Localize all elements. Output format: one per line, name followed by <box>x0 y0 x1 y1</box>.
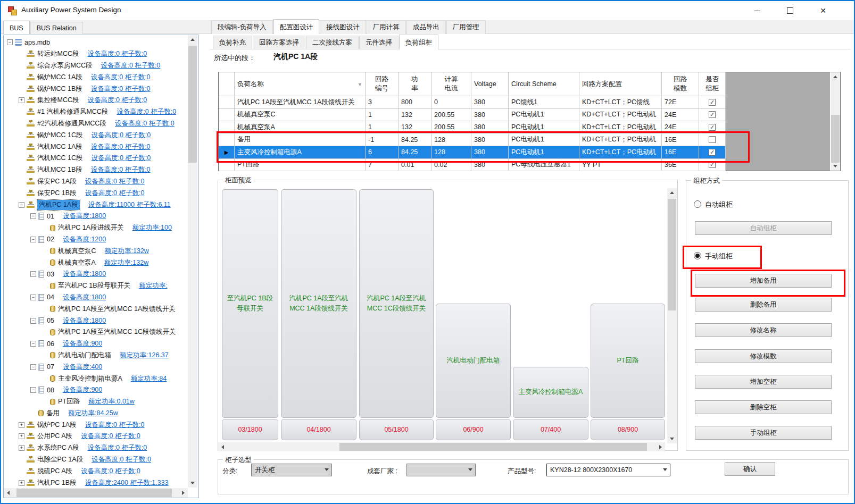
cell-current[interactable]: 128 <box>431 134 471 147</box>
model-select[interactable]: KYN28-12 800X2300X1670 <box>546 464 670 476</box>
tree-item-label[interactable]: #1 汽机检修通风MCC段 <box>37 107 108 116</box>
tree-item[interactable]: 脱硫PC A段设备高度:0 柜子数:0 <box>4 465 188 477</box>
cell-scheme[interactable]: PC电动机1 <box>509 109 579 122</box>
rename-button[interactable]: 修改名称 <box>695 323 832 337</box>
tree-item-link[interactable]: 设备高度:0 柜子数:0 <box>91 131 151 140</box>
modify-module-button[interactable]: 修改模数 <box>695 349 832 363</box>
tab-config-design[interactable]: 配置图设计 <box>273 19 320 34</box>
tree-item-label[interactable]: 备用 <box>46 409 60 418</box>
cell-load-name[interactable]: 主变风冷控制箱电源A <box>235 146 366 159</box>
category-select[interactable]: 开关柜 <box>251 464 332 476</box>
tree-item-label[interactable]: 锅炉MCC 1A段 <box>37 73 82 82</box>
tree-item-link[interactable]: 额定功率:84 <box>131 374 167 383</box>
tree-item-label[interactable]: 锅炉PC 1A段 <box>37 421 77 430</box>
tree-item[interactable]: −aps.mdb <box>4 37 188 48</box>
tree-item-link[interactable]: 额定功率:0.01w <box>88 397 135 406</box>
preview-vscroll-thumb[interactable] <box>668 199 676 310</box>
tree-item-label[interactable]: 06 <box>47 340 54 348</box>
tree-item[interactable]: −05设备高度:1800 <box>4 315 188 326</box>
cell-power[interactable]: 0.01 <box>399 159 431 172</box>
cell-load-name[interactable]: 汽机PC 1A段至汽机MCC 1A段馈线开关 <box>235 96 366 109</box>
cabinet-tag[interactable]: 06/900 <box>436 419 511 440</box>
cell-current[interactable]: 0 <box>431 96 471 109</box>
tree-item-link[interactable]: 设备高度:0 柜子数:0 <box>85 421 145 430</box>
tree-item[interactable]: PT回路额定功率:0.01w <box>4 396 188 408</box>
tab-plant-manage[interactable]: 厂用管理 <box>446 20 486 34</box>
cabinet-tag[interactable]: 05/1800 <box>359 419 434 440</box>
tree-item-link[interactable]: 设备高度:1800 <box>63 316 106 325</box>
tree-item[interactable]: +公用PC A段设备高度:0 柜子数:0 <box>4 431 188 442</box>
tree-item[interactable]: 锅炉MCC 1A段设备高度:0 柜子数:0 <box>4 71 188 83</box>
tree-item-link[interactable]: 设备高度:400 <box>63 363 102 372</box>
tree-item-label[interactable]: 机械真空泵C <box>58 247 96 256</box>
tree-item[interactable]: 综合水泵房MCC段设备高度:0 柜子数:0 <box>4 60 188 72</box>
cell-grouped[interactable]: ✓ <box>699 159 726 172</box>
cabinet-tag[interactable]: 04/1800 <box>281 419 356 440</box>
table-scroll-thumb[interactable] <box>831 115 840 163</box>
cell-load-name[interactable]: 机械真空泵C <box>235 109 366 122</box>
tree-item-link[interactable]: 额定功率:132w <box>105 247 149 256</box>
cell-power[interactable]: 84.25 <box>399 134 431 147</box>
tree-expander[interactable]: − <box>30 213 36 219</box>
scroll-right-icon[interactable] <box>656 442 665 451</box>
cell-power[interactable]: 84.25 <box>399 146 431 159</box>
cell-modules[interactable]: 24E <box>662 109 699 122</box>
tree-item[interactable]: 汽机MCC 1B段设备高度:0 柜子数:0 <box>4 164 188 176</box>
cell-num[interactable]: 3 <box>366 96 399 109</box>
tree-item-label[interactable]: 05 <box>47 317 54 324</box>
tree-item-label[interactable]: 汽机PC 1A段至汽机MCC 1C段馈线开关 <box>58 327 176 337</box>
cell-grouped[interactable]: ✓ <box>699 121 726 134</box>
cell-config[interactable]: KD+CT+LCT；PC电动机 <box>579 121 662 134</box>
grouped-checkbox[interactable]: ✓ <box>709 99 716 106</box>
manual-group-radio-label[interactable]: 手动组柜 <box>705 251 733 261</box>
cell-voltage[interactable]: 380 <box>471 134 509 147</box>
column-header[interactable]: 功 率 <box>399 72 431 96</box>
tree-item-link[interactable]: 设备高度:1800 <box>63 212 106 221</box>
tree-horizontal-scrollbar[interactable] <box>4 488 188 498</box>
cell-scheme[interactable]: PC电动机1 <box>509 121 579 134</box>
cell-grouped[interactable]: ✓ <box>699 146 726 159</box>
tree-item-link[interactable]: 设备高度:0 柜子数:0 <box>87 96 147 105</box>
scroll-left-icon[interactable] <box>4 488 13 497</box>
tree-item[interactable]: −02设备高度:1200 <box>4 234 188 246</box>
sort-arrow-icon[interactable]: ▼ <box>358 81 362 88</box>
tree-item-link[interactable]: 设备高度:0 柜子数:0 <box>92 455 151 464</box>
tree-item-link[interactable]: 设备高度:1800 <box>63 270 106 279</box>
cabinet-tag[interactable]: 08/900 <box>591 419 665 440</box>
tree-item[interactable]: −01设备高度:1800 <box>4 211 188 222</box>
cabinet-tag[interactable]: 07/400 <box>513 419 588 440</box>
cabinet-tag[interactable]: 03/1800 <box>222 419 278 440</box>
scroll-down-icon[interactable] <box>188 478 197 488</box>
cabinet-preview-item[interactable]: 汽机PC 1A段至汽机MCC 1C段馈线开关 <box>359 189 434 418</box>
tree-item[interactable]: −03设备高度:1800 <box>4 268 188 280</box>
cell-config[interactable]: YY PT <box>579 159 662 172</box>
auto-group-radio-label[interactable]: 自动组柜 <box>705 200 733 209</box>
tree-item-label[interactable]: 汽机PC 1B段 <box>37 478 77 488</box>
minimize-button[interactable] <box>741 1 774 20</box>
tree-item-label[interactable]: 综合水泵房MCC段 <box>37 61 92 70</box>
tree-item-link[interactable]: 设备高度:0 柜子数:0 <box>88 443 147 452</box>
tree-item-label[interactable]: 汽机MCC 1B段 <box>37 165 82 174</box>
column-header[interactable]: 计算 电流 <box>431 72 471 96</box>
cell-voltage[interactable]: 380 <box>471 96 509 109</box>
tree-item-label[interactable]: 汽机PC 1A段进线开关 <box>58 223 124 232</box>
tree-item-link[interactable]: 设备高度:900 <box>63 385 102 394</box>
tree-item-link[interactable]: 设备高度:0 柜子数:0 <box>115 119 175 128</box>
cell-scheme[interactable]: PC电动机1 <box>509 134 579 147</box>
cell-current[interactable]: 0.02 <box>431 159 471 172</box>
tree-expander[interactable]: − <box>30 341 36 347</box>
cell-modules[interactable]: 72E <box>662 96 699 109</box>
tree-item[interactable]: 锅炉MCC 1B段设备高度:0 柜子数:0 <box>4 83 188 95</box>
add-spare-button[interactable]: 增加备用 <box>695 274 832 288</box>
cell-num[interactable]: 6 <box>366 146 399 159</box>
tab-plant-calc[interactable]: 厂用计算 <box>367 20 406 34</box>
close-button[interactable]: ✕ <box>807 1 840 20</box>
row-selector[interactable]: ▶ <box>219 146 235 159</box>
tree-expander[interactable]: − <box>30 364 36 370</box>
tree-item-link[interactable]: 设备高度:0 柜子数:0 <box>101 61 160 70</box>
tree-item-label[interactable]: 02 <box>47 236 54 243</box>
scroll-up-icon[interactable] <box>667 188 676 197</box>
subtab-circuit-scheme[interactable]: 回路方案选择 <box>253 36 305 49</box>
tree-item[interactable]: +集控楼MCC段设备高度:0 柜子数:0 <box>4 95 188 106</box>
tree-item-label[interactable]: 电除尘PC 1A段 <box>37 455 83 464</box>
